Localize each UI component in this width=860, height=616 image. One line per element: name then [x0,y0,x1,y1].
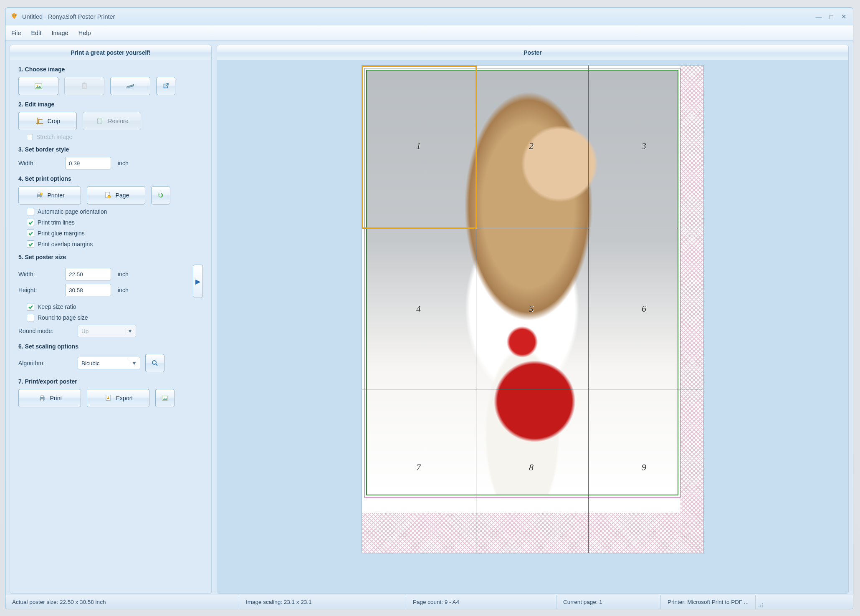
section-print-options: 4. Set print options [18,175,203,182]
clipboard-icon [80,81,89,91]
close-button[interactable]: ✕ [839,13,849,20]
crop-icon [35,116,44,126]
algorithm-value: Bicubic [81,360,100,366]
round-mode-label: Round mode: [18,328,73,334]
auto-orient-checkbox[interactable] [27,208,34,215]
grid-line [476,66,476,553]
page-number: 1 [416,141,421,151]
export-button[interactable]: Export [87,389,149,407]
status-scaling: Image scaling: 23.1 x 23.1 [239,595,406,609]
border-width-label: Width: [18,160,60,167]
round-mode-value: Up [81,328,89,334]
poster-width-label: Width: [18,271,60,278]
status-poster-size: Actual poster size: 22.50 x 30.58 inch [5,595,239,609]
menu-image[interactable]: Image [51,30,68,36]
export-label: Export [116,395,133,401]
page-label: Page [116,192,129,199]
menu-help[interactable]: Help [78,30,91,36]
statusbar: Actual poster size: 22.50 x 30.58 inch I… [5,595,853,609]
svg-rect-4 [82,83,86,88]
algorithm-label: Algorithm: [18,360,73,366]
overlap-margins-label: Print overlap margins [38,241,93,247]
printer-icon [38,394,47,403]
left-panel-header: Print a great poster yourself! [10,45,211,60]
scan-button[interactable] [110,77,150,95]
menubar: File Edit Image Help [5,25,853,40]
svg-rect-15 [40,396,43,397]
poster-width-input[interactable] [65,268,111,280]
page-number: 2 [529,141,534,151]
page-number: 3 [642,141,646,151]
page-number: 8 [529,462,534,473]
resize-grip[interactable] [756,595,765,609]
status-printer: Printer: Microsoft Print to PDF ... [661,595,756,609]
round-page-label: Round to page size [38,314,88,321]
picture-icon [34,81,43,91]
round-page-checkbox[interactable] [27,314,34,321]
printer-button[interactable]: Printer [18,186,81,204]
svg-point-1 [15,15,16,16]
section-border: 3. Set border style [18,146,203,153]
section-choose-image: 1. Choose image [18,66,203,73]
menu-edit[interactable]: Edit [31,30,41,36]
menu-file[interactable]: File [11,30,21,36]
section-edit-image: 2. Edit image [18,101,203,108]
poster-height-unit: inch [118,287,129,293]
import-button[interactable] [156,77,175,95]
section-poster-size: 5. Set poster size [18,254,203,260]
svg-point-22 [759,606,759,607]
keep-ratio-checkbox[interactable] [27,303,34,311]
stretch-checkbox[interactable] [27,134,33,140]
refresh-icon [156,191,165,200]
page-button[interactable]: Page [87,186,145,204]
auto-orient-label: Automatic page orientation [38,208,107,215]
svg-rect-9 [38,197,41,198]
preview-scaling-button[interactable] [145,354,164,372]
page-number: 6 [642,303,646,314]
left-panel: Print a great poster yourself! 1. Choose… [10,45,212,594]
status-current-page: Current page: 1 [556,595,661,609]
svg-rect-16 [40,399,43,401]
svg-point-10 [40,193,43,195]
page-number: 5 [529,303,534,314]
open-image-button[interactable] [18,77,58,95]
stretch-label: Stretch image [36,134,72,140]
app-icon [10,12,19,21]
printer-label: Printer [47,192,64,199]
round-mode-select: Up ▾ [78,325,136,337]
overlap-margins-checkbox[interactable] [27,240,34,248]
restore-label: Restore [108,118,128,124]
magnifier-icon [150,358,159,368]
border-width-input[interactable] [65,157,111,169]
poster-preview[interactable]: 1 2 3 4 5 6 7 8 9 [362,65,704,553]
swap-dimensions-button[interactable]: ▶ [193,265,203,298]
right-panel-header: Poster [217,45,848,60]
export-image-button[interactable] [155,389,175,407]
svg-point-21 [762,605,763,606]
border-width-unit: inch [118,160,129,167]
poster-height-label: Height: [18,287,60,293]
paste-button[interactable] [64,77,104,95]
restore-button[interactable]: Restore [83,112,141,130]
poster-height-input[interactable] [65,284,111,296]
page-number: 9 [642,462,646,473]
chevron-down-icon: ▾ [126,328,134,334]
trim-lines-checkbox[interactable] [27,219,34,226]
svg-point-20 [760,605,761,606]
glue-margins-checkbox[interactable] [27,230,34,237]
svg-rect-5 [83,83,86,84]
svg-point-24 [762,606,763,607]
glue-margins-label: Print glue margins [38,230,85,237]
maximize-button[interactable]: □ [826,13,836,20]
crop-button[interactable]: Crop [18,112,77,130]
export-icon [104,394,113,403]
poster-width-unit: inch [118,271,129,278]
refresh-page-button[interactable] [151,186,170,204]
print-button[interactable]: Print [18,389,81,407]
svg-point-19 [762,603,763,604]
window-title: Untitled - RonyaSoft Poster Printer [22,13,814,20]
grid-line [362,228,703,228]
minimize-button[interactable]: — [814,13,824,20]
svg-point-0 [13,15,14,16]
algorithm-select[interactable]: Bicubic ▾ [78,357,140,369]
